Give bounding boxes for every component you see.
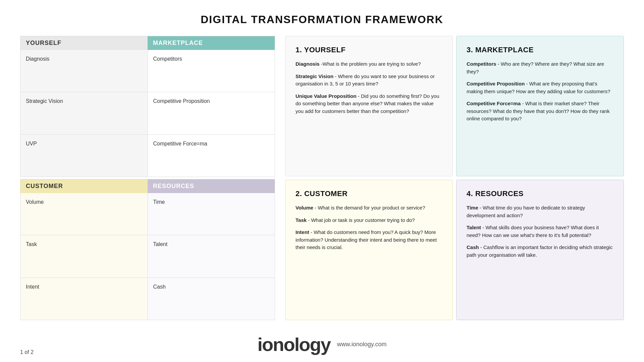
panel-marketplace: 3. MARKETPLACE Competitors - Who are the… xyxy=(456,36,624,176)
table-row: Strategic Vision Competitive Proposition xyxy=(20,92,275,134)
table-row: Diagnosis Competitors xyxy=(20,50,275,92)
customer-task: Task xyxy=(20,235,148,277)
yourself-diagnosis: Diagnosis xyxy=(20,50,148,92)
yourself-uvp: UVP xyxy=(20,135,148,177)
panel-resources-title: 4. RESOURCES xyxy=(467,189,613,198)
top-grid-section: YOURSELF MARKETPLACE Diagnosis Competito… xyxy=(20,36,275,177)
panel-yourself-uvp: Unique Value Proposition - Did you do so… xyxy=(296,93,442,115)
right-panels: 1. YOURSELF Diagnosis -What is the probl… xyxy=(285,36,624,320)
footer: 1 of 2 ionology www.ionology.com xyxy=(0,327,644,362)
panel-resources-talent: Talent - What skills does your business … xyxy=(467,224,613,239)
panel-yourself-strategic-vision: Strategic Vision - Where do you want to … xyxy=(296,73,442,88)
panels-top-row: 1. YOURSELF Diagnosis -What is the probl… xyxy=(285,36,624,176)
panel-customer-intent: Intent - What do customers need from you… xyxy=(296,229,442,251)
website-url: www.ionology.com xyxy=(337,341,387,348)
resources-talent: Talent xyxy=(148,235,275,277)
marketplace-competitive-force: Competitive Force=ma xyxy=(148,135,275,177)
panel-customer-title: 2. CUSTOMER xyxy=(296,189,442,198)
logo: ionology xyxy=(257,334,330,355)
panels-bottom-row: 2. CUSTOMER Volume - What is the demand … xyxy=(285,180,624,320)
table-row: UVP Competitive Force=ma xyxy=(20,135,275,177)
panel-customer-task: Task - What job or task is your customer… xyxy=(296,217,442,224)
panel-customer-volume: Volume - What is the demand for your pro… xyxy=(296,204,442,212)
yourself-strategic-vision: Strategic Vision xyxy=(20,92,148,134)
panel-yourself: 1. YOURSELF Diagnosis -What is the probl… xyxy=(285,36,453,176)
table-row: Intent Cash xyxy=(20,278,275,320)
customer-volume: Volume xyxy=(20,193,148,235)
resources-cash: Cash xyxy=(148,278,275,320)
table-row: Volume Time xyxy=(20,193,275,235)
logo-area: ionology www.ionology.com xyxy=(257,334,386,355)
top-header-row: YOURSELF MARKETPLACE xyxy=(20,36,275,50)
main-content: YOURSELF MARKETPLACE Diagnosis Competito… xyxy=(20,36,624,320)
panel-marketplace-competitors: Competitors - Who are they? Where are th… xyxy=(467,60,613,75)
panel-yourself-title: 1. YOURSELF xyxy=(296,46,442,54)
marketplace-competitive-proposition: Competitive Proposition xyxy=(148,92,275,134)
panel-resources-time: Time - What time do you have to dedicate… xyxy=(467,204,613,219)
panel-customer: 2. CUSTOMER Volume - What is the demand … xyxy=(285,180,453,320)
panel-marketplace-competitive-force: Competitive Force=ma - What is their mar… xyxy=(467,100,613,123)
page-number: 1 of 2 xyxy=(20,349,34,355)
panel-marketplace-title: 3. MARKETPLACE xyxy=(467,46,613,54)
bottom-grid-section: CUSTOMER RESOURCES Volume Time Task Tale… xyxy=(20,179,275,320)
panel-resources: 4. RESOURCES Time - What time do you hav… xyxy=(456,180,624,320)
resources-time: Time xyxy=(148,193,275,235)
left-grid: YOURSELF MARKETPLACE Diagnosis Competito… xyxy=(20,36,275,320)
header-customer: CUSTOMER xyxy=(20,179,148,193)
panel-resources-cash: Cash - Cashflow is an important factor i… xyxy=(467,244,613,259)
panel-marketplace-competitive-proposition: Competitive Proposition - What are they … xyxy=(467,80,613,95)
marketplace-competitors: Competitors xyxy=(148,50,275,92)
table-row: Task Talent xyxy=(20,235,275,278)
customer-intent: Intent xyxy=(20,278,148,320)
bottom-header-row: CUSTOMER RESOURCES xyxy=(20,179,275,193)
panel-yourself-diagnosis: Diagnosis -What is the problem you are t… xyxy=(296,60,442,68)
header-marketplace: MARKETPLACE xyxy=(148,36,275,50)
page-title: DIGITAL TRANSFORMATION FRAMEWORK xyxy=(201,13,443,26)
header-yourself: YOURSELF xyxy=(20,36,148,50)
header-resources: RESOURCES xyxy=(148,179,275,193)
